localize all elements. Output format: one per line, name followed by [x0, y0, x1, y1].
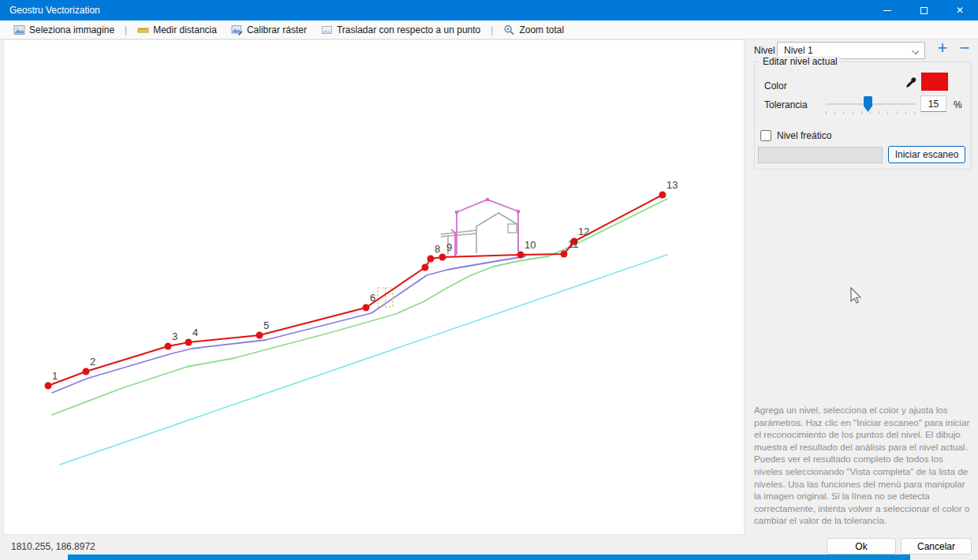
- freatico-checkbox[interactable]: [760, 130, 771, 141]
- vector-canvas-svg: 1234568910111213: [4, 40, 744, 534]
- close-icon: ✕: [956, 5, 964, 16]
- nivel-selected-value: Nivel 1: [784, 45, 813, 56]
- tolerance-label: Tolerancia: [764, 99, 808, 110]
- svg-text:4: 4: [192, 327, 198, 338]
- nivel-label: Nivel: [754, 45, 775, 56]
- ruler-icon: [137, 24, 149, 35]
- maximize-icon: [920, 7, 928, 14]
- groupbox-title: Editar nivel actual: [760, 56, 841, 67]
- remove-level-button[interactable]: −: [954, 38, 975, 58]
- measure-distance-button[interactable]: Medir distancia: [130, 23, 224, 37]
- toolbar: Seleziona immagine | Medir distancia Cal…: [0, 21, 978, 39]
- select-image-button[interactable]: Seleziona immagine: [6, 23, 121, 37]
- app-window: Geostru Vectorization ✕ Seleziona immagi…: [0, 0, 978, 560]
- image-icon: [13, 24, 25, 35]
- window-controls: ✕: [869, 0, 978, 21]
- minimize-icon: [883, 10, 891, 11]
- zoom-total-button[interactable]: Zoom total: [496, 23, 571, 37]
- chevron-down-icon: [912, 47, 919, 54]
- cursor-coordinates: 1810.255, 186.8972: [11, 541, 95, 552]
- maximize-button[interactable]: [905, 0, 942, 21]
- calibrate-raster-button[interactable]: Calibrar ráster: [224, 23, 314, 37]
- freatico-label: Nivel freático: [777, 130, 831, 141]
- ok-button[interactable]: Ok: [827, 538, 896, 554]
- cancel-button[interactable]: Cancelar: [901, 538, 972, 554]
- toolbar-separator: |: [487, 24, 496, 35]
- svg-text:3: 3: [172, 330, 177, 342]
- svg-text:2: 2: [90, 356, 95, 368]
- tolerance-unit-label: %: [954, 99, 962, 110]
- toolbar-separator: |: [121, 24, 130, 35]
- help-text: Agrega un nivel, selecciona el color y a…: [754, 404, 972, 527]
- statusbar: 1810.255, 186.8972 Ok Cancelar: [0, 535, 978, 555]
- slider-thumb[interactable]: [864, 96, 872, 112]
- svg-text:11: 11: [568, 238, 579, 250]
- scan-progress-input: [758, 147, 883, 163]
- add-level-button[interactable]: +: [932, 38, 953, 58]
- svg-text:1: 1: [52, 370, 58, 382]
- calibrate-raster-icon: [231, 24, 243, 35]
- settings-panel: Nivel Nivel 1 + − Editar nivel actual Co…: [745, 39, 978, 535]
- level-color-swatch[interactable]: [921, 73, 948, 91]
- toolbar-item-label: Calibrar ráster: [247, 24, 307, 35]
- tolerance-value-input[interactable]: 15: [920, 95, 946, 112]
- svg-text:5: 5: [263, 319, 269, 331]
- translate-point-icon: [321, 24, 333, 35]
- svg-text:8: 8: [435, 243, 440, 255]
- start-scan-button[interactable]: Iniciar escaneo: [888, 146, 965, 163]
- window-title: Geostru Vectorization: [0, 5, 869, 16]
- minimize-button[interactable]: [869, 0, 905, 21]
- svg-text:6: 6: [370, 292, 375, 304]
- tolerance-slider[interactable]: [824, 94, 917, 116]
- eyedropper-icon[interactable]: [905, 76, 918, 89]
- svg-text:9: 9: [446, 241, 452, 253]
- taskbar-strip: [68, 554, 910, 560]
- svg-text:10: 10: [524, 239, 536, 251]
- drawing-canvas[interactable]: 1234568910111213: [3, 39, 745, 535]
- toolbar-item-label: Trasladar con respecto a un punto: [337, 24, 480, 35]
- main-area: 1234568910111213 Nivel Nivel 1 + − Edita…: [0, 39, 978, 535]
- svg-text:12: 12: [578, 226, 589, 237]
- translate-to-point-button[interactable]: Trasladar con respecto a un punto: [314, 23, 487, 37]
- color-label: Color: [764, 80, 787, 91]
- toolbar-item-label: Medir distancia: [153, 24, 217, 35]
- freatico-checkbox-row[interactable]: Nivel freático: [760, 130, 831, 141]
- svg-text:13: 13: [666, 179, 678, 191]
- close-button[interactable]: ✕: [942, 0, 978, 21]
- slider-ticks: [826, 111, 916, 114]
- toolbar-item-label: Seleziona immagine: [29, 24, 114, 35]
- toolbar-item-label: Zoom total: [519, 24, 564, 35]
- zoom-icon: [503, 24, 515, 35]
- titlebar: Geostru Vectorization ✕: [0, 0, 978, 21]
